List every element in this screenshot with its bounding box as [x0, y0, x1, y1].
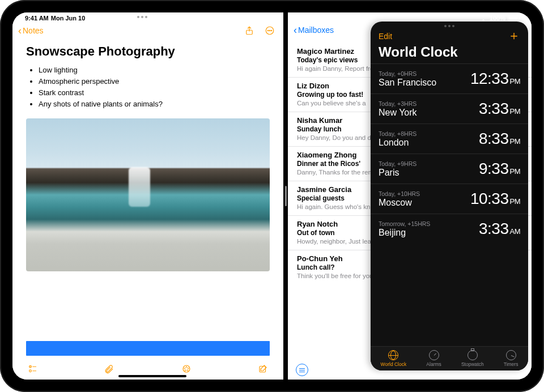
filter-icon[interactable]: [296, 364, 308, 376]
clock-city: London: [379, 138, 416, 148]
note-image-2-partial[interactable]: [26, 341, 270, 356]
globe-icon: [388, 350, 398, 360]
list-item: Low lighting: [39, 65, 270, 76]
more-icon[interactable]: [264, 25, 275, 36]
status-bar-right: 100%: [479, 15, 519, 22]
clock-time: 12:33PM: [470, 70, 520, 88]
tab-label: Alarms: [426, 361, 441, 367]
clock-slideover: Edit ＋ World Clock Today, +0HRSSan Franc…: [371, 22, 528, 370]
svg-point-2: [267, 30, 269, 31]
add-clock-button[interactable]: ＋: [508, 32, 520, 41]
clock-city: San Francisco: [379, 78, 436, 88]
clock-row[interactable]: Today, +3HRSNew York3:33PM: [371, 93, 528, 123]
mail-pane: ‹ Mailboxes Magico MartinezToday's epic …: [288, 12, 532, 380]
tab-label: Timers: [504, 361, 518, 367]
list-item: Any shots of native plants or animals?: [39, 99, 270, 110]
split-view-divider[interactable]: [283, 12, 288, 380]
clock-time: 10:33PM: [470, 190, 520, 208]
share-icon[interactable]: [244, 25, 255, 36]
markup-icon[interactable]: [181, 364, 192, 374]
timer-icon: [506, 350, 516, 360]
mail-back-label: Mailboxes: [298, 25, 334, 35]
status-bar-left: 9:41 AM Mon Jun 10: [25, 15, 85, 22]
alarm-icon: [429, 350, 439, 360]
tab-stopwatch[interactable]: Stopwatch: [461, 350, 484, 367]
home-indicator[interactable]: [118, 375, 186, 377]
tab-timers[interactable]: Timers: [504, 350, 518, 367]
tab-world-clock[interactable]: World Clock: [381, 350, 407, 367]
note-content[interactable]: Snowscape Photography Low lighting Atmos…: [12, 40, 283, 334]
clock-city: Moscow: [379, 198, 420, 208]
chevron-left-icon: ‹: [18, 25, 22, 36]
multitask-dots-left[interactable]: [137, 16, 147, 18]
compose-icon[interactable]: [257, 364, 269, 374]
note-image-waterfall[interactable]: [26, 118, 270, 271]
clock-time: 3:33AM: [479, 220, 520, 238]
clock-row[interactable]: Today, +9HRSParis9:33PM: [371, 154, 528, 184]
checklist-icon[interactable]: [27, 364, 39, 374]
clock-row[interactable]: Today, +10HRSMoscow10:33PM: [371, 184, 528, 214]
status-date: Mon Jun 10: [51, 15, 86, 22]
clock-title: World Clock: [371, 43, 528, 63]
mail-back-button[interactable]: ‹ Mailboxes: [294, 25, 334, 35]
battery-icon: [508, 15, 519, 21]
clock-row[interactable]: Today, +0HRSSan Francisco12:33PM: [371, 63, 528, 93]
note-bullet-list: Low lighting Atmospheric perspective Sta…: [26, 65, 270, 110]
battery-text: 100%: [490, 15, 505, 22]
clock-tabbar: World ClockAlarmsStopwatchTimers: [371, 346, 528, 370]
clock-row[interactable]: Today, +8HRSLondon8:33PM: [371, 123, 528, 154]
world-clock-list[interactable]: Today, +0HRSSan Francisco12:33PMToday, +…: [371, 63, 528, 346]
clock-offset: Today, +0HRS: [379, 70, 436, 77]
clock-time: 9:33PM: [479, 160, 520, 178]
svg-point-4: [271, 30, 272, 31]
attach-icon[interactable]: [104, 364, 115, 374]
clock-city: Beijing: [379, 228, 430, 238]
tab-label: World Clock: [381, 361, 407, 367]
clock-time: 8:33PM: [479, 130, 520, 148]
clock-edit-button[interactable]: Edit: [379, 32, 392, 41]
slideover-handle[interactable]: [444, 25, 454, 27]
notes-pane: ‹ Notes Snowscape Photography Low lighti…: [12, 12, 283, 380]
clock-offset: Today, +3HRS: [379, 100, 417, 107]
tab-alarms[interactable]: Alarms: [426, 350, 441, 367]
svg-point-6: [29, 370, 32, 372]
clock-time: 3:33PM: [479, 100, 520, 118]
ipad-frame: 9:41 AM Mon Jun 10 100% ‹ Notes: [0, 0, 544, 392]
notes-back-button[interactable]: ‹ Notes: [18, 25, 44, 36]
screen: 9:41 AM Mon Jun 10 100% ‹ Notes: [12, 12, 532, 380]
status-time: 9:41 AM: [25, 15, 49, 22]
list-item: Stark contrast: [39, 87, 270, 99]
clock-offset: Tomorrow, +15HRS: [379, 220, 430, 227]
list-item: Atmospheric perspective: [39, 76, 270, 87]
svg-point-3: [269, 30, 270, 31]
clock-city: Paris: [379, 168, 416, 178]
tab-label: Stopwatch: [461, 361, 484, 367]
clock-offset: Today, +10HRS: [379, 190, 420, 197]
clock-city: New York: [379, 108, 417, 118]
sw-icon: [468, 350, 478, 360]
chevron-left-icon: ‹: [294, 25, 297, 35]
notes-back-label: Notes: [23, 26, 44, 35]
clock-offset: Today, +8HRS: [379, 130, 416, 137]
clock-row[interactable]: Tomorrow, +15HRSBeijing3:33AM: [371, 214, 528, 244]
note-title: Snowscape Photography: [26, 44, 270, 59]
clock-offset: Today, +9HRS: [379, 160, 416, 167]
wifi-icon: [479, 15, 487, 21]
